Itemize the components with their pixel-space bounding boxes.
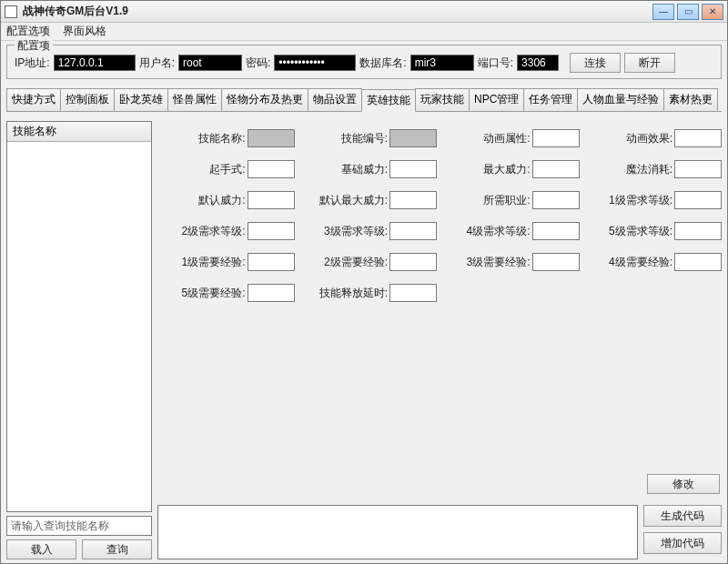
lv5-req-field[interactable] [674,222,722,240]
lv4-exp-field[interactable] [674,253,722,271]
max-power-field[interactable] [532,160,580,178]
user-label: 用户名: [139,55,175,71]
menubar: 配置选项 界面风格 [1,23,727,41]
def-max-power-field[interactable] [389,191,437,209]
def-power-field[interactable] [248,191,295,209]
lv1-req-field[interactable] [674,191,722,209]
anim-effect-field[interactable] [674,129,722,147]
pass-label: 密码: [246,55,270,71]
ip-label: IP地址: [15,55,50,71]
tab-hp-exp[interactable]: 人物血量与经验 [577,88,664,111]
search-input[interactable]: 请输入查询技能名称 [6,516,152,536]
skill-list-header: 技能名称 [7,122,151,142]
tab-body: 技能名称 请输入查询技能名称 载入 查询 技能名称: 技能编号: 动画属性: 动… [6,116,722,559]
user-input[interactable] [178,55,242,71]
tab-player-skill[interactable]: 玩家技能 [415,88,470,111]
tab-control[interactable]: 控制面板 [60,88,115,111]
tab-wolong[interactable]: 卧龙英雄 [114,88,168,111]
tab-monster-attr[interactable]: 怪兽属性 [167,88,222,111]
disconnect-button[interactable]: 断开 [624,53,675,73]
cast-delay-field[interactable] [389,284,437,302]
main-window: 战神传奇GM后台V1.9 — ▭ ✕ 配置选项 界面风格 配置项 IP地址: 用… [0,0,728,564]
lv3-exp-field[interactable] [532,253,580,271]
app-icon [5,5,17,18]
tab-hero-skill[interactable]: 英雄技能 [361,89,416,112]
tab-npc[interactable]: NPC管理 [469,88,524,111]
skill-list[interactable]: 技能名称 [6,121,152,512]
menu-config[interactable]: 配置选项 [6,24,50,39]
lv3-req-field[interactable] [389,222,437,240]
form-grid: 技能名称: 技能编号: 动画属性: 动画效果: 起手式: 基础威力: 最大威力:… [157,121,722,467]
skill-name-field[interactable] [248,129,295,147]
port-label: 端口号: [478,55,513,71]
tab-monster-dist[interactable]: 怪物分布及热更 [221,88,308,111]
titlebar: 战神传奇GM后台V1.9 — ▭ ✕ [1,1,727,23]
lv2-exp-field[interactable] [389,253,437,271]
left-column: 技能名称 请输入查询技能名称 载入 查询 [6,121,152,559]
db-input[interactable] [410,55,474,71]
port-input[interactable] [517,55,559,71]
tab-item[interactable]: 物品设置 [308,88,362,111]
lv2-req-field[interactable] [248,222,295,240]
connect-button[interactable]: 连接 [570,53,621,73]
tab-shortcut[interactable]: 快捷方式 [6,88,61,111]
anim-attr-field[interactable] [532,129,580,147]
base-power-field[interactable] [389,160,437,178]
lv4-req-field[interactable] [532,222,580,240]
window-title: 战神传奇GM后台V1.9 [23,4,652,19]
bottom-row: 生成代码 增加代码 [157,505,722,559]
lv5-exp-field[interactable] [248,284,295,302]
db-label: 数据库名: [359,55,406,71]
lv1-exp-field[interactable] [248,253,295,271]
gen-code-button[interactable]: 生成代码 [643,505,722,527]
close-button[interactable]: ✕ [702,4,723,20]
pass-input[interactable] [274,55,356,71]
right-column: 技能名称: 技能编号: 动画属性: 动画效果: 起手式: 基础威力: 最大威力:… [157,121,722,559]
minimize-button[interactable]: — [652,4,674,20]
menu-style[interactable]: 界面风格 [63,24,106,39]
tab-quest[interactable]: 任务管理 [523,88,578,111]
config-legend: 配置项 [15,38,53,54]
skill-id-field[interactable] [389,129,437,147]
add-code-button[interactable]: 增加代码 [643,532,722,554]
mp-cost-field[interactable] [674,160,722,178]
req-job-field[interactable] [532,191,580,209]
tabstrip: 快捷方式 控制面板 卧龙英雄 怪兽属性 怪物分布及热更 物品设置 英雄技能 玩家… [6,88,722,112]
modify-button[interactable]: 修改 [647,474,720,494]
code-textarea[interactable] [157,505,638,559]
load-button[interactable]: 载入 [6,539,76,559]
maximize-button[interactable]: ▭ [677,4,699,20]
query-button[interactable]: 查询 [82,539,152,559]
tab-res-update[interactable]: 素材热更 [663,88,718,111]
ip-input[interactable] [54,55,136,71]
config-fieldset: 配置项 IP地址: 用户名: 密码: 数据库名: 端口号: 连接 断开 [6,45,722,79]
client-area: 配置项 IP地址: 用户名: 密码: 数据库名: 端口号: 连接 断开 快捷方式… [1,41,727,563]
startup-field[interactable] [248,160,295,178]
